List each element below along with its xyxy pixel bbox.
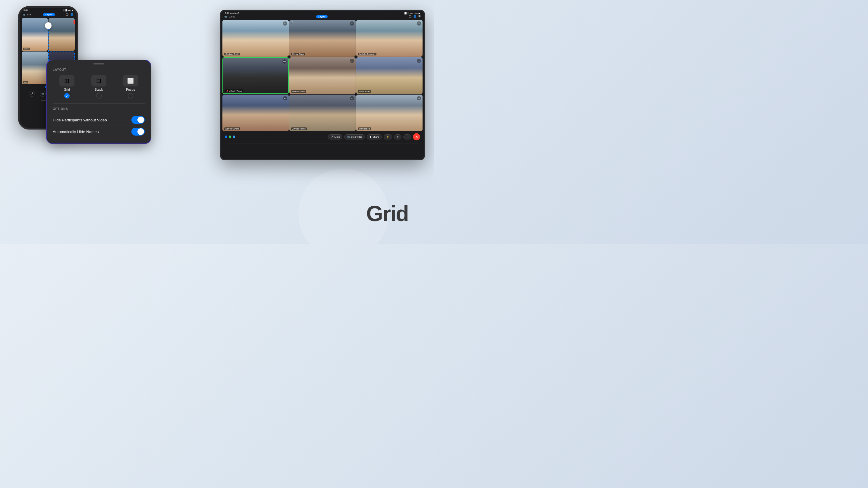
ipad-toolbar: 📹 12:40 Layout ⓘ 👤 ⊞ (221, 15, 424, 20)
grid-icon-box: ⊞ (59, 75, 74, 87)
ipad-menu-darren[interactable]: ••• (283, 96, 287, 100)
phone-status-icons: ▐▐▐ WiFi ■ (63, 9, 73, 11)
ipad-end-call-button[interactable]: ✕ (413, 133, 420, 140)
phone-info-icon[interactable]: ⓘ (66, 13, 68, 17)
phone-label-marise: Maris (23, 81, 28, 84)
ipad-label-danielle: Danielle Ho (358, 127, 371, 130)
popup-handle (93, 63, 104, 64)
ipad-cell-clarissa: Clarissa Smith ••• (222, 20, 289, 57)
ipad-menu-umar[interactable]: ••• (417, 59, 421, 63)
ipad-progress-bar (227, 143, 418, 143)
ipad-dot-green (229, 135, 231, 138)
ipad-rotate-button[interactable]: ↻ (394, 134, 401, 139)
ipad-info-icon[interactable]: ⓘ (409, 15, 411, 19)
ipad-bluetooth-button[interactable]: ⚡ (384, 134, 392, 139)
ipad-status-dots (225, 135, 235, 138)
ipad-mute-button[interactable]: 🎤 Mute (328, 134, 343, 139)
layout-option-grid[interactable]: ⊞ Grid (53, 75, 81, 98)
greatwall-pin-icon: 📌 (226, 90, 228, 92)
phone-add-person-icon[interactable]: 👤 (70, 13, 73, 17)
options-section-title: OPTIONS (53, 107, 145, 110)
rotate-icon: ↻ (397, 135, 399, 138)
phone-camera-button[interactable]: 📹 (40, 91, 46, 97)
ipad-status-icons: ▐▐▐▐ WiFi 100%■ (403, 12, 420, 14)
ipad-label-clarissa: Clarissa Smith (224, 53, 240, 56)
ipad-menu-isabelle[interactable]: ••• (417, 22, 421, 26)
ipad-badge-henry: 🎤 (291, 22, 293, 24)
phone-toolbar: 📹 12:40 Layout ⓘ 👤 (20, 12, 76, 18)
stack-icon-box: ⊟ (91, 75, 106, 87)
ipad-participant-grid: Clarissa Smith ••• 🎤 Henry Riggs ••• Isa… (222, 20, 423, 131)
phone-cell-henry (49, 18, 75, 51)
phone-layout-button[interactable]: Layout (43, 13, 55, 16)
ipad-share-button[interactable]: ⬆ Share (367, 134, 381, 139)
layout-option-focus[interactable]: ⬜ Focus (116, 75, 145, 98)
focus-radio[interactable] (128, 93, 133, 98)
ipad-dot-blue2 (233, 135, 235, 138)
end-call-icon: ✕ (415, 135, 418, 138)
layout-section-title: LAYOUT (53, 68, 145, 71)
focus-icon-box: ⬜ (123, 75, 138, 87)
ipad-menu-marise[interactable]: ••• (350, 59, 354, 63)
ipad-menu-henry[interactable]: ••• (350, 22, 354, 26)
ipad-mockup: 9:41 Mon Jun 3 ▐▐▐▐ WiFi 100%■ 📹 12:40 L… (220, 10, 425, 160)
grid-radio[interactable] (64, 93, 70, 98)
ipad-cell-ahmed: Ahmed Payne ••• (289, 95, 355, 131)
ipad-menu-danielle[interactable]: ••• (417, 96, 421, 100)
grid-label: Grid (64, 88, 70, 91)
stack-label: Stack (95, 88, 103, 91)
ipad-label-umar: Umar Patel (358, 90, 371, 93)
ipad-label-darren: Darren Owens (224, 127, 240, 130)
ipad-status-bar: 9:41 Mon Jun 3 ▐▐▐▐ WiFi 100%■ (221, 11, 424, 15)
share-icon: ⬆ (370, 135, 372, 138)
stack-icon: ⊟ (96, 77, 101, 84)
auto-hide-names-label: Automatically Hide Names (53, 130, 98, 134)
mute-icon: 🎤 (331, 135, 334, 138)
hide-participants-toggle[interactable] (131, 116, 145, 124)
hide-participants-label: Hide Participants without Video (53, 118, 107, 122)
ipad-menu-greatwall[interactable]: ••• (282, 59, 287, 64)
ipad-add-person-icon[interactable]: 👤 (413, 15, 416, 19)
phone-meeting-time: 12:40 (27, 13, 32, 16)
ipad-label-henry: Henry Riggs (291, 53, 305, 56)
auto-hide-names-toggle[interactable] (131, 128, 145, 135)
ipad-cell-danielle: Danielle Ho ••• (356, 95, 423, 131)
grid-title-text: Grid (366, 201, 408, 226)
focus-label: Focus (126, 88, 135, 91)
ipad-cell-darren: Darren Owens ••• (222, 95, 289, 131)
ipad-more-button[interactable]: ••• (403, 134, 411, 139)
phone-notch (36, 8, 60, 12)
ipad-menu-ahmed[interactable]: ••• (350, 96, 354, 100)
focus-icon: ⬜ (127, 77, 134, 84)
ipad-stop-video-button[interactable]: 📹 Stop video (344, 134, 365, 139)
ipad-cell-isabelle: Isabelle Brennan ••• (356, 20, 423, 57)
ipad-cell-umar: Umar Patel ••• (356, 57, 423, 94)
phone-drag-handle[interactable] (45, 22, 52, 29)
layout-popup: LAYOUT ⊞ Grid ⊟ Stack ⬜ Focus OPTIONS Hi… (47, 60, 151, 143)
ipad-controls: 🎤 Mute 📹 Stop video ⬆ Share ⚡ ↻ (328, 133, 420, 140)
phone-facetime-icon: 📹 (23, 13, 26, 16)
ipad-facetime-icon: 📹 (224, 15, 227, 18)
ipad-status-time: 9:41 Mon Jun 3 (225, 12, 239, 14)
layout-options-group: ⊞ Grid ⊟ Stack ⬜ Focus (53, 75, 145, 98)
auto-hide-names-row: Automatically Hide Names (53, 126, 145, 137)
ipad-meeting-time: 12:40 (229, 15, 235, 18)
ipad-label-ahmed: Ahmed Payne (291, 127, 307, 130)
ipad-layout-button[interactable]: Layout (316, 15, 328, 19)
more-icon: ••• (406, 135, 408, 138)
ipad-label-marise: Marise Torres (291, 90, 306, 93)
phone-cell-clarissa: Clarissa (22, 18, 48, 51)
bluetooth-icon: ⚡ (386, 135, 390, 138)
grid-icon: ⊞ (64, 77, 69, 84)
ipad-cell-henry: 🎤 Henry Riggs ••• (289, 20, 355, 57)
phone-mute-button[interactable]: 🎤 (29, 91, 35, 97)
ipad-label-isabelle: Isabelle Brennan (358, 53, 376, 56)
phone-time: 9:41 (24, 9, 28, 11)
ipad-grid-view-icon[interactable]: ⊞ (418, 15, 421, 19)
stack-radio[interactable] (96, 93, 101, 98)
ipad-label-greatwall: 📌 GREAT WALL (225, 90, 243, 92)
ipad-menu-clarissa[interactable]: ••• (283, 22, 287, 26)
popup-divider-1 (53, 103, 145, 104)
phone-label-clarissa: Clarissa (23, 47, 30, 50)
layout-option-stack[interactable]: ⊟ Stack (85, 75, 113, 98)
